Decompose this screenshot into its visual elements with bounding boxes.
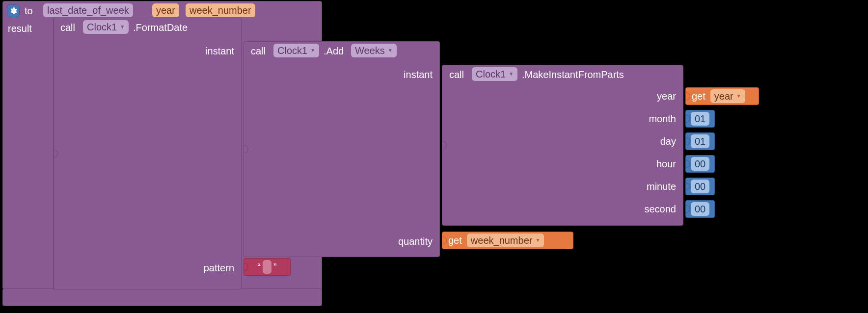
var-dropdown-week-number-label: week_number xyxy=(471,234,533,247)
arg-hour: hour xyxy=(656,158,676,170)
number-input-day[interactable]: 01 xyxy=(691,134,709,148)
number-block-minute[interactable]: 00 xyxy=(685,178,715,195)
call-addweeks-block[interactable]: call Clock1▼ .Add Weeks▼ instant quantit… xyxy=(244,41,440,257)
method-add: .Add xyxy=(324,46,344,57)
number-block-day[interactable]: 01 xyxy=(685,132,715,150)
arg-pattern-fd: pattern xyxy=(204,262,234,274)
arg-quantity-add: quantity xyxy=(398,236,433,247)
var-dropdown-year[interactable]: year▼ xyxy=(710,89,745,103)
text-input-pattern[interactable] xyxy=(263,260,271,274)
get-keyword-wk: get xyxy=(448,235,462,246)
arg-month: month xyxy=(649,113,676,125)
component-dropdown-add-label: Clock1 xyxy=(277,44,307,57)
get-week-number-block[interactable]: get week_number▼ xyxy=(442,232,573,249)
unit-dropdown-add[interactable]: Weeks▼ xyxy=(351,44,397,57)
number-input-minute[interactable]: 00 xyxy=(691,180,709,193)
method-formatdate: .FormatDate xyxy=(133,22,188,33)
component-dropdown-fd[interactable]: Clock1▼ xyxy=(83,20,129,34)
unit-dropdown-add-label: Weeks xyxy=(355,44,385,57)
call-keyword-fd: call xyxy=(60,22,75,33)
param-week-number[interactable]: week_number xyxy=(186,3,255,17)
chevron-down-icon: ▼ xyxy=(736,89,741,103)
number-input-second[interactable]: 00 xyxy=(691,202,709,216)
number-block-second[interactable]: 00 xyxy=(685,200,715,218)
result-keyword: result xyxy=(8,23,32,34)
quote-open: “ xyxy=(257,261,261,273)
arg-year: year xyxy=(657,91,676,102)
gear-icon[interactable] xyxy=(7,4,20,17)
arg-minute: minute xyxy=(647,181,676,192)
chevron-down-icon: ▼ xyxy=(388,44,393,57)
component-dropdown-make[interactable]: Clock1▼ xyxy=(472,67,517,81)
var-dropdown-year-label: year xyxy=(714,89,733,103)
chevron-down-icon: ▼ xyxy=(120,20,125,34)
method-makeinstant: .MakeInstantFromParts xyxy=(522,69,624,80)
var-dropdown-week-number[interactable]: week_number▼ xyxy=(467,234,544,247)
number-input-hour[interactable]: 00 xyxy=(691,157,709,171)
component-dropdown-make-label: Clock1 xyxy=(476,67,506,81)
text-block-pattern[interactable]: “ ” xyxy=(244,258,291,276)
number-block-hour[interactable]: 00 xyxy=(685,155,715,173)
get-keyword-year: get xyxy=(692,91,705,102)
arg-instant-add: instant xyxy=(404,69,433,80)
chevron-down-icon: ▼ xyxy=(535,234,540,247)
chevron-down-icon: ▼ xyxy=(310,44,315,57)
component-dropdown-add[interactable]: Clock1▼ xyxy=(273,44,319,57)
number-input-month[interactable]: 01 xyxy=(691,112,709,126)
get-year-block[interactable]: get year▼ xyxy=(685,87,759,105)
call-keyword-add: call xyxy=(251,46,266,57)
param-year[interactable]: year xyxy=(152,3,179,17)
chevron-down-icon: ▼ xyxy=(509,67,514,81)
to-keyword: to xyxy=(25,5,33,17)
call-keyword-make: call xyxy=(449,69,464,80)
call-makeinstant-block[interactable]: call Clock1▼ .MakeInstantFromParts year … xyxy=(442,65,683,226)
procedure-footer xyxy=(2,288,322,306)
number-block-month[interactable]: 01 xyxy=(685,110,715,128)
procedure-name[interactable]: last_date_of_week xyxy=(43,3,133,17)
arg-day: day xyxy=(660,136,676,147)
call-formatdate-block[interactable]: call Clock1▼ .FormatDate instant pattern xyxy=(53,18,242,289)
component-dropdown-fd-label: Clock1 xyxy=(87,20,117,34)
arg-second: second xyxy=(645,204,677,215)
arg-instant-fd: instant xyxy=(205,46,234,57)
quote-close: ” xyxy=(273,261,277,273)
